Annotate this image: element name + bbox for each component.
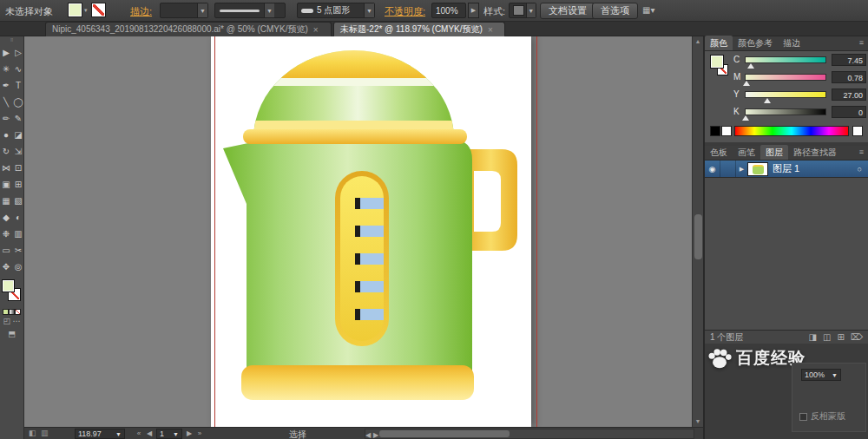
next-artboard-button[interactable]: ▶ (184, 429, 194, 439)
invert-mask-checkbox[interactable] (799, 413, 807, 421)
horizontal-scrollbar[interactable]: ◀ ▶ (365, 429, 694, 439)
black-value-input[interactable]: 0 (832, 106, 866, 118)
kettle-artwork[interactable] (211, 36, 531, 427)
tab-layers[interactable]: 图层 (760, 145, 788, 160)
guide-line-right[interactable] (536, 36, 537, 427)
last-artboard-button[interactable]: » (194, 429, 205, 439)
stroke-link[interactable]: 描边: (130, 5, 152, 18)
yellow-slider[interactable] (745, 91, 826, 98)
chevron-down-icon[interactable]: ▼ (197, 3, 207, 17)
white-swatch[interactable] (721, 126, 732, 136)
horizontal-scroll-thumb[interactable] (379, 430, 510, 437)
zoom-select[interactable]: 118.97 ▼ (75, 429, 125, 439)
chevron-down-icon[interactable]: ▼ (526, 3, 536, 17)
tab-swatches[interactable]: 色板 (705, 145, 733, 160)
chevron-down-icon[interactable]: ▼ (264, 3, 274, 17)
rotate-tool[interactable]: ↻ (0, 143, 12, 160)
document-setup-button[interactable]: 文档设置 (540, 3, 595, 19)
stroke-weight-select[interactable]: ▼ (160, 3, 208, 18)
magenta-slider[interactable] (745, 74, 826, 81)
opacity-input[interactable]: 100% (431, 3, 466, 18)
pen-tool[interactable]: ✒ (0, 77, 12, 94)
toolbar-fill-swatch[interactable] (2, 279, 15, 292)
pencil-tool[interactable]: ✎ (12, 110, 24, 127)
magic-wand-tool[interactable]: ✳ (0, 61, 12, 77)
panel-menu-icon[interactable]: ≡ (855, 145, 868, 160)
close-icon[interactable]: × (488, 25, 493, 35)
screen-mode-icon[interactable]: ⬒ (0, 328, 23, 341)
width-tool[interactable]: ⋈ (0, 160, 12, 176)
artboard[interactable] (211, 36, 531, 427)
scroll-down-icon[interactable]: ▼ (693, 416, 703, 427)
panel-menu-icon[interactable]: ≡ (855, 36, 868, 50)
new-layer-icon[interactable]: ⊞ (837, 332, 844, 342)
tab-brushes[interactable]: 画笔 (733, 145, 760, 160)
color-mode-button[interactable] (3, 309, 9, 315)
document-tab-active[interactable]: 未标题-22* @ 118.97% (CMYK/预览) × (333, 22, 505, 36)
lock-cell[interactable] (720, 161, 736, 177)
slider-thumb[interactable] (742, 115, 749, 121)
lasso-tool[interactable]: ∿ (12, 61, 24, 77)
slider-thumb[interactable] (764, 98, 771, 103)
artboard-tool[interactable]: ▭ (0, 242, 12, 259)
expand-triangle-icon[interactable]: ▶ (736, 166, 747, 173)
slider-thumb[interactable] (747, 63, 754, 69)
delete-layer-icon[interactable]: ⌦ (851, 332, 863, 342)
opacity-link[interactable]: 不透明度: (385, 5, 425, 18)
tab-stroke[interactable]: 描边 (778, 36, 806, 50)
vertical-scrollbar[interactable]: ▲ ▼ (692, 36, 703, 427)
type-tool[interactable]: T (12, 77, 24, 94)
document-tab[interactable]: Nipic_4056343_20190813220426088000.ai* @… (45, 22, 332, 36)
layer-row[interactable]: ◉ ▶ 图层 1 ○ (705, 161, 868, 178)
layer-name[interactable]: 图层 1 (773, 162, 799, 175)
fill-color-swatch[interactable] (68, 3, 82, 17)
symbol-sprayer-tool[interactable]: ❉ (0, 226, 12, 242)
preferences-button[interactable]: 首选项 (592, 3, 638, 19)
scale-tool[interactable]: ⇲ (12, 143, 24, 160)
clipping-mask-icon[interactable]: ◨ (809, 332, 817, 342)
artboard-number-select[interactable]: 1 ▼ (156, 429, 182, 439)
stroke-color-swatch[interactable] (91, 3, 106, 17)
cyan-value-input[interactable]: 7.45 (832, 54, 866, 66)
chevron-down-icon[interactable]: ▼ (364, 3, 374, 17)
canvas-pasteboard[interactable] (24, 36, 692, 427)
close-icon[interactable]: × (313, 25, 319, 35)
tab-color[interactable]: 颜色 (705, 36, 733, 50)
line-segment-tool[interactable]: ╲ (0, 94, 12, 110)
eraser-tool[interactable]: ◪ (12, 127, 24, 143)
guide-line-left[interactable] (214, 36, 215, 427)
tab-color-guide[interactable]: 颜色参考 (733, 36, 778, 50)
white-swatch[interactable] (852, 126, 863, 136)
style-select[interactable]: ▼ (509, 3, 536, 18)
visibility-eye-icon[interactable]: ◉ (705, 161, 720, 177)
scroll-left-icon[interactable]: ◀ (365, 431, 371, 439)
none-mode-button[interactable] (15, 309, 21, 315)
window-icon[interactable]: ◧ (29, 429, 36, 437)
eyedropper-tool[interactable]: ◆ (0, 209, 12, 226)
black-slider[interactable] (745, 108, 826, 115)
direct-selection-tool[interactable]: ▷ (12, 44, 24, 61)
artboards-icon[interactable]: ▥ (41, 429, 49, 437)
magenta-value-input[interactable]: 0.78 (832, 71, 866, 83)
new-sublayer-icon[interactable]: ◫ (823, 332, 831, 342)
column-graph-tool[interactable]: ▥ (12, 226, 24, 242)
layer-thumbnail[interactable] (747, 162, 768, 176)
first-artboard-button[interactable]: « (134, 429, 144, 439)
draw-modes-icon[interactable]: ◰ ⋯ (0, 315, 23, 328)
hand-tool[interactable]: ✥ (0, 259, 12, 275)
zoom-tool[interactable]: ◎ (12, 259, 24, 275)
blend-tool[interactable]: ◐ (12, 209, 24, 226)
workspace-icon[interactable]: ▦▾ (642, 5, 654, 15)
black-swatch[interactable] (710, 126, 720, 136)
target-circle-icon[interactable]: ○ (858, 165, 862, 174)
cyan-slider[interactable] (745, 56, 826, 63)
vertical-scroll-thumb[interactable] (694, 214, 702, 259)
color-spectrum-bar[interactable] (734, 126, 849, 136)
perspective-grid-tool[interactable]: ⊞ (12, 176, 24, 193)
fragment-opacity-select[interactable]: 100% ▼ (801, 369, 841, 381)
free-transform-tool[interactable]: ⊡ (12, 160, 24, 176)
slice-tool[interactable]: ✂ (12, 242, 24, 259)
yellow-value-input[interactable]: 27.00 (832, 88, 866, 101)
opacity-flyout-button[interactable]: ▶ (468, 3, 479, 18)
width-profile-select[interactable]: ▼ (214, 3, 286, 18)
